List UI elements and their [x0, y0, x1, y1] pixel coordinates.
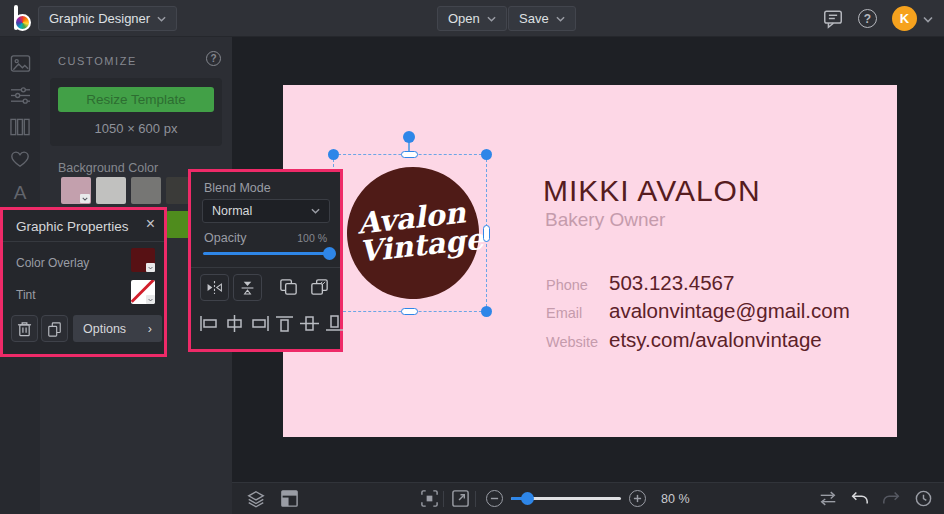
- align-center-horizontal-button[interactable]: [224, 315, 245, 332]
- history-clock-icon: [914, 489, 933, 508]
- redo-button[interactable]: [882, 489, 901, 507]
- card-role-text[interactable]: Bakery Owner: [545, 209, 665, 231]
- bring-forward-button[interactable]: [277, 276, 301, 300]
- zoom-slider[interactable]: [511, 497, 621, 500]
- bg-swatch-pink[interactable]: [61, 177, 91, 204]
- blend-mode-label: Blend Mode: [204, 181, 271, 195]
- align-top-button[interactable]: [274, 315, 295, 332]
- website-value: etsy.com/avalonvintage: [609, 328, 822, 352]
- layers-button[interactable]: [246, 489, 266, 509]
- align-right-button[interactable]: [249, 315, 270, 332]
- close-icon[interactable]: ×: [146, 215, 155, 233]
- contact-row-email[interactable]: Email avalonvintage@gmail.com: [546, 299, 850, 323]
- blend-mode-select[interactable]: Normal: [202, 199, 330, 223]
- resize-template-button[interactable]: Resize Template: [58, 87, 214, 112]
- resize-handle-top-right[interactable]: [481, 149, 492, 160]
- opacity-value: 100 %: [297, 232, 327, 244]
- avatar[interactable]: K: [892, 6, 917, 31]
- text-tool-icon[interactable]: A: [9, 182, 31, 204]
- open-button[interactable]: Open: [437, 6, 507, 31]
- opacity-slider-handle[interactable]: [323, 247, 336, 260]
- help-icon[interactable]: ?: [858, 9, 877, 28]
- favorites-heart-icon[interactable]: [9, 148, 31, 170]
- resize-handle-bottom-right[interactable]: [481, 306, 492, 317]
- resize-handle-top-left[interactable]: [328, 149, 339, 160]
- opacity-slider[interactable]: [203, 252, 330, 255]
- redo-icon: [882, 489, 901, 507]
- resize-handle-bottom[interactable]: [401, 308, 418, 315]
- selection-box[interactable]: [333, 154, 487, 312]
- swatch-dropdown-marker[interactable]: [146, 295, 155, 304]
- chevron-down-icon: [311, 208, 320, 214]
- resize-handle-top[interactable]: [401, 151, 418, 158]
- top-bar: Graphic Designer Open Save ? K: [0, 0, 944, 37]
- opacity-label: Opacity: [204, 231, 246, 245]
- align-bottom-button[interactable]: [324, 315, 345, 332]
- blend-mode-value: Normal: [212, 204, 252, 218]
- undo-button[interactable]: [850, 489, 869, 507]
- align-center-vertical-button[interactable]: [299, 315, 320, 332]
- compare-button[interactable]: [818, 489, 838, 508]
- befunky-logo-icon[interactable]: [11, 5, 35, 32]
- bg-swatch-light-gray[interactable]: [96, 177, 126, 204]
- adjust-icon[interactable]: [9, 84, 31, 106]
- account-chevron-down-icon[interactable]: [923, 16, 933, 23]
- contact-row-website[interactable]: Website etsy.com/avalonvintage: [546, 328, 822, 352]
- color-overlay-swatch[interactable]: [131, 248, 155, 272]
- feedback-chat-icon[interactable]: [822, 8, 844, 29]
- flip-vertical-icon: [239, 280, 256, 296]
- fit-to-screen-button[interactable]: [420, 489, 439, 508]
- avatar-initial: K: [900, 11, 909, 26]
- email-value: avalonvintage@gmail.com: [609, 299, 850, 323]
- options-button[interactable]: Options ›: [73, 315, 162, 342]
- send-backward-icon: [308, 276, 331, 298]
- customize-panel-title: CUSTOMIZE: [58, 55, 137, 67]
- save-label: Save: [519, 11, 549, 26]
- resize-handle-right[interactable]: [483, 225, 490, 242]
- layers-icon: [246, 489, 266, 509]
- trash-icon: [17, 321, 32, 337]
- flip-vertical-button[interactable]: [233, 274, 262, 301]
- contact-row-phone[interactable]: Phone 503.123.4567: [546, 271, 734, 295]
- app-menu-button[interactable]: Graphic Designer: [38, 6, 177, 31]
- flip-horizontal-button[interactable]: [200, 274, 229, 301]
- app-menu-label: Graphic Designer: [49, 11, 150, 26]
- phone-value: 503.123.4567: [609, 271, 734, 295]
- image-manager-icon[interactable]: [9, 52, 31, 74]
- color-overlay-label: Color Overlay: [16, 256, 89, 270]
- template-dimensions: 1050 × 600 px: [50, 121, 222, 136]
- chevron-down-icon: [556, 16, 565, 22]
- undo-icon: [850, 489, 869, 507]
- zoom-slider-handle[interactable]: [521, 492, 534, 505]
- send-backward-button[interactable]: [308, 276, 332, 300]
- rotate-handle[interactable]: [403, 131, 415, 143]
- save-button[interactable]: Save: [508, 6, 576, 31]
- expand-icon: [451, 489, 470, 508]
- background-color-label: Background Color: [58, 161, 158, 175]
- delete-button[interactable]: [11, 315, 38, 342]
- customize-help-icon[interactable]: ?: [206, 51, 221, 66]
- swap-arrows-icon: [818, 489, 838, 508]
- chevron-down-icon: [157, 16, 166, 22]
- swatch-dropdown-marker[interactable]: [80, 194, 90, 203]
- template-manager-button[interactable]: [280, 489, 299, 508]
- phone-label: Phone: [546, 277, 609, 293]
- tint-swatch-none[interactable]: [131, 280, 155, 304]
- swatch-dropdown-marker[interactable]: [146, 263, 155, 272]
- graphic-properties-title: Graphic Properties: [16, 219, 129, 234]
- zoom-in-button[interactable]: [629, 490, 646, 507]
- fullscreen-button[interactable]: [451, 489, 470, 508]
- layout-icon: [280, 489, 299, 508]
- bg-swatch-gray[interactable]: [131, 177, 161, 204]
- tint-label: Tint: [16, 288, 36, 302]
- copy-icon: [47, 321, 62, 337]
- card-name-text[interactable]: MIKKI AVALON: [543, 174, 761, 208]
- app-window: Graphic Designer Open Save ? K: [0, 0, 944, 514]
- bring-forward-icon: [277, 276, 300, 298]
- history-button[interactable]: [914, 489, 933, 508]
- email-label: Email: [546, 305, 609, 321]
- duplicate-button[interactable]: [41, 315, 68, 342]
- align-left-button[interactable]: [199, 315, 220, 332]
- templates-icon[interactable]: [9, 116, 31, 138]
- zoom-out-button[interactable]: [486, 490, 503, 507]
